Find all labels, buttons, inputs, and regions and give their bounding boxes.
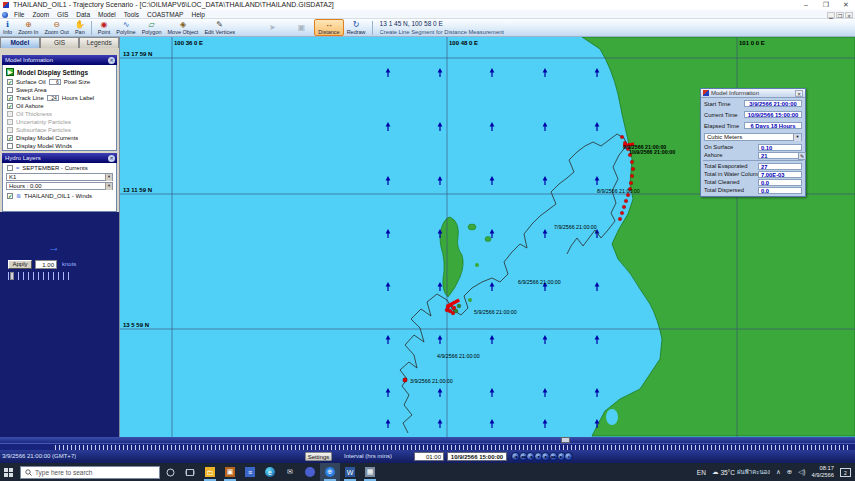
settings-button[interactable]: Settings — [305, 452, 332, 461]
ashore-edit-button[interactable]: ✎ — [798, 152, 806, 160]
menu-coastmap[interactable]: COASTMAP — [143, 10, 187, 19]
taskbar-app-calculator[interactable]: ▦ — [360, 463, 380, 481]
svg-text:101 0 0 E: 101 0 0 E — [739, 40, 765, 46]
redraw-button[interactable]: ↻Redraw — [344, 19, 369, 36]
taskbar-app-store-box[interactable]: ▣ — [220, 463, 240, 481]
svg-text:13 11 59 N: 13 11 59 N — [123, 187, 152, 193]
taskbar-search-input[interactable]: Type here to search — [20, 466, 160, 479]
timeline-ticks[interactable] — [0, 443, 855, 450]
apply-button[interactable]: Apply — [8, 260, 32, 269]
document-blue-icon: ≡ — [245, 467, 255, 477]
weather-widget[interactable]: ☁ 35°C ฝนฟ้าคะนอง — [712, 467, 770, 477]
wind-direction-arrow-icon[interactable]: → — [48, 242, 60, 252]
polygon-button[interactable]: ▱Polygon — [139, 19, 165, 36]
checkbox[interactable]: ✓ — [7, 79, 13, 85]
taskbar-app-document-blue[interactable]: ≡ — [240, 463, 260, 481]
edit-vertices-button[interactable]: ✎Edit Vertices — [201, 19, 238, 36]
info-row-start-time: Start Time3/9/2566 21:00:00 — [701, 98, 805, 109]
info-button[interactable]: ℹInfo — [0, 19, 15, 36]
zoom-in-button[interactable]: ⊕Zoom In — [15, 19, 41, 36]
close-button[interactable]: ✕ — [839, 1, 853, 9]
winds-checkbox[interactable]: ✓ — [7, 193, 13, 199]
chevron-down-icon[interactable]: ▼ — [105, 174, 112, 181]
action-center-icon[interactable]: 2 — [840, 468, 851, 477]
taskbar-app-mail[interactable]: ✉ — [280, 463, 300, 481]
info-row-total-dispersed: Total Dispersed0.0 — [701, 186, 805, 194]
child-close-button[interactable]: ✕ — [845, 12, 853, 18]
checkbox[interactable] — [7, 143, 13, 149]
child-minimize-button[interactable]: ▁ — [827, 12, 835, 18]
taskbar-app-file-explorer[interactable]: 🗀 — [200, 463, 220, 481]
task-view-icon[interactable] — [180, 463, 200, 481]
wind-speed-input[interactable]: 1.00 — [35, 260, 57, 269]
taskbar-app-word[interactable]: W — [340, 463, 360, 481]
value-input[interactable]: 6 — [49, 79, 61, 85]
tab-legends[interactable]: Legends — [79, 37, 119, 48]
panel-close-icon[interactable]: ✕ — [108, 57, 115, 64]
pan-button[interactable]: ✋Pan — [72, 19, 88, 36]
constituent-dropdown[interactable]: K1 ▼ — [6, 173, 113, 181]
svg-text:100 48 0 E: 100 48 0 E — [449, 40, 478, 46]
dialog-title-bar[interactable]: Model Information ✕ — [701, 89, 805, 98]
language-indicator[interactable]: EN — [697, 469, 706, 476]
value-input[interactable]: 24 — [47, 95, 59, 101]
chevron-down-icon[interactable]: ▼ — [105, 183, 112, 190]
checkbox[interactable] — [7, 87, 13, 93]
interval-input[interactable]: 01:00 — [414, 452, 444, 461]
value-field: 6 Days 18 Hours — [744, 122, 802, 129]
distance-button[interactable]: ↔Distance — [314, 19, 343, 36]
menu-help[interactable]: Help — [187, 10, 208, 19]
distance-icon: ↔ — [325, 21, 333, 29]
checkbox[interactable]: ✓ — [7, 103, 13, 109]
menu-file[interactable]: File — [10, 10, 28, 19]
move-object-button[interactable]: ◈Move Object — [165, 19, 202, 36]
volume-icon[interactable]: ◁) — [798, 468, 805, 476]
svg-text:5/9/2566 21:00:00: 5/9/2566 21:00:00 — [474, 309, 517, 315]
start-time-label: 3/9/2566 21:00:00 (GMT+7) — [2, 453, 76, 459]
currents-checkbox[interactable] — [7, 165, 13, 171]
windows-logo-icon — [4, 468, 13, 477]
move-object-icon: ◈ — [180, 21, 186, 29]
checkbox[interactable]: ✓ — [7, 95, 13, 101]
panel-close-icon[interactable]: ✕ — [108, 155, 115, 162]
taskbar-app-oilmap-globe[interactable]: ⊕ — [320, 463, 340, 481]
chevron-down-icon[interactable]: ▼ — [793, 134, 801, 141]
vcr-button-7[interactable]: ● — [564, 452, 573, 461]
info-row-current-time: Current Time10/9/2566 15:00:00 — [701, 109, 805, 120]
coastal-inlet — [606, 409, 618, 425]
menu-zoom[interactable]: Zoom — [28, 10, 53, 19]
polyline-button[interactable]: ∿Polyline — [113, 19, 138, 36]
units-dropdown[interactable]: Cubic Meters ▼ — [704, 133, 802, 141]
point-button[interactable]: ◉Point — [95, 19, 114, 36]
child-restore-button[interactable]: ❐ — [836, 12, 844, 18]
taskbar-clock[interactable]: 08:17 4/9/2566 — [811, 465, 834, 479]
wind-speed-slider[interactable] — [8, 272, 72, 280]
polyline-icon: ∿ — [123, 21, 130, 29]
start-button[interactable] — [0, 463, 16, 481]
taskbar-app-edge-browser[interactable]: e — [260, 463, 280, 481]
dialog-close-button[interactable]: ✕ — [795, 90, 803, 97]
info-row-total-cleaned: Total Cleaned0.0 — [701, 178, 805, 186]
network-icon[interactable]: ⊕ — [787, 468, 792, 476]
hours-dropdown[interactable]: Hours : 0.00 ▼ — [6, 182, 113, 190]
menu-data[interactable]: Data — [72, 10, 94, 19]
current-time-field[interactable]: 10/9/2566 15:00:00 — [447, 452, 507, 461]
restore-button[interactable]: ❐ — [819, 1, 833, 9]
edit-vertices-icon: ✎ — [216, 21, 223, 29]
point-icon: ◉ — [101, 21, 108, 29]
cortana-icon[interactable] — [160, 463, 180, 481]
checkbox[interactable]: ✓ — [7, 135, 13, 141]
minimize-button[interactable]: – — [799, 1, 813, 9]
tab-model[interactable]: Model — [0, 37, 40, 48]
playback-bar: 3/9/2566 21:00:00 (GMT+7) Settings Inter… — [0, 450, 855, 463]
menu-gis[interactable]: GIS — [53, 10, 72, 19]
menu-tools[interactable]: Tools — [120, 10, 143, 19]
taskbar-app-teams-blue[interactable] — [300, 463, 320, 481]
value-field: 7.00E-03 — [758, 171, 802, 178]
sidebar: Model GIS Legends Model Information ✕ ▶ … — [0, 37, 120, 437]
menu-model[interactable]: Model — [94, 10, 120, 19]
chevron-up-icon[interactable]: ∧ — [776, 468, 781, 476]
zoom-out-button[interactable]: ⊖Zoom Out — [41, 19, 71, 36]
knots-label: knots — [62, 261, 76, 267]
tab-gis[interactable]: GIS — [40, 37, 80, 48]
